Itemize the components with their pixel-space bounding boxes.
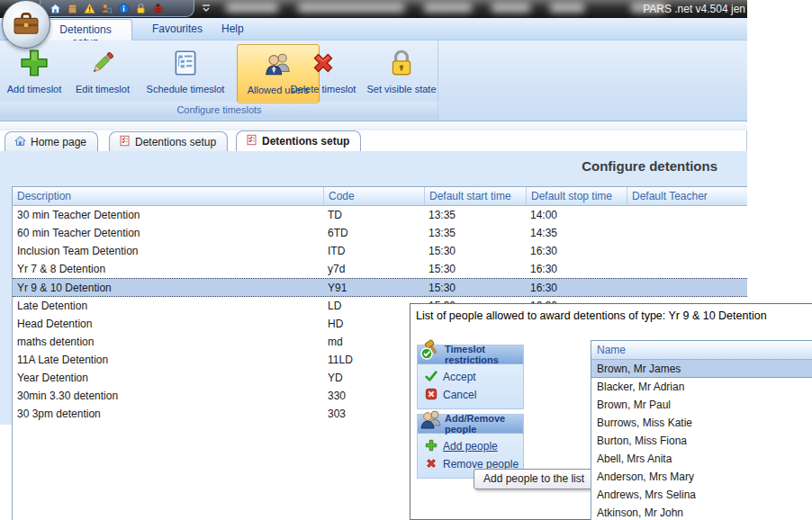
- warning-icon[interactable]: [84, 3, 95, 14]
- ribbon: Add timeslot Edit timeslot Schedule time…: [0, 40, 747, 121]
- application-menu-orb[interactable]: [2, 0, 50, 49]
- tab-detentions-setup-2[interactable]: Detentions setup: [236, 130, 361, 151]
- ribbon-button-label: Edit timeslot: [76, 84, 130, 94]
- ribbon-tab-detentions-setup[interactable]: Detentions setup: [39, 19, 132, 40]
- ribbon-button-label: Set visible state: [366, 84, 436, 94]
- ribbon-tab-help[interactable]: Help: [209, 19, 257, 40]
- cell-teacher: [627, 279, 747, 296]
- column-header-description[interactable]: Description: [13, 187, 323, 205]
- ribbon-tab-label: Favourites: [152, 22, 203, 35]
- table-row[interactable]: Yr 9 & 10 Detention Y91 15:30 16:30: [13, 278, 747, 297]
- column-header-code[interactable]: Code: [323, 187, 424, 205]
- tab-detentions-setup-1[interactable]: Detentions setup: [109, 131, 228, 151]
- add-people-link[interactable]: Add people: [425, 437, 523, 455]
- accept-button[interactable]: Accept: [425, 368, 523, 386]
- table-row[interactable]: 60 min Teacher Detention 6TD 13:35 14:35: [13, 224, 747, 242]
- cell-description: Inclusion Team Detention: [13, 242, 323, 260]
- cell-stop-time: 14:35: [526, 224, 627, 242]
- gavel-check-icon: [420, 338, 443, 362]
- cell-code: TD: [323, 206, 424, 224]
- window-title: PARS .net v4.504 jen: [643, 3, 745, 15]
- person-row[interactable]: Andrews, Mrs Selina: [591, 486, 812, 504]
- add-people-label: Add people: [443, 440, 498, 453]
- cell-stop-time: 16:30: [526, 242, 627, 260]
- bug-icon[interactable]: [152, 3, 164, 14]
- person-row[interactable]: Brown, Mr Paul: [591, 396, 812, 414]
- allowed-users-dialog: List of people allowed to award detentio…: [410, 303, 812, 520]
- people-list: Name Brown, Mr JamesBlacker, Mr AdrianBr…: [591, 340, 812, 520]
- tab-home-page[interactable]: Home page: [5, 131, 98, 151]
- group-header-label: Add/Remove people: [445, 413, 523, 435]
- schedule-list-icon: [170, 48, 201, 84]
- cell-teacher: [627, 224, 747, 242]
- cell-description: Late Detention: [13, 297, 323, 315]
- tab-label: Detentions setup: [262, 135, 349, 148]
- ribbon-button-label: Delete timeslot: [291, 84, 356, 94]
- cell-teacher: [627, 206, 747, 224]
- delete-timeslot-button[interactable]: Delete timeslot: [282, 44, 365, 103]
- column-header-default-start-time[interactable]: Default start time: [424, 187, 526, 205]
- redacted-text: [549, 3, 585, 13]
- cell-start-time: 13:35: [424, 224, 526, 242]
- redacted-text: [225, 3, 279, 13]
- column-header-default-stop-time[interactable]: Default stop time: [526, 187, 627, 205]
- table-row[interactable]: 30 min Teacher Detention TD 13:35 14:00: [13, 206, 747, 224]
- document-tab-bar: Home page Detentions setup Detentions se…: [0, 130, 747, 151]
- cell-description: 30 min Teacher Detention: [13, 206, 323, 224]
- add-plus-icon: [425, 439, 438, 454]
- set-visible-state-button[interactable]: Set visible state: [366, 44, 437, 103]
- person-row[interactable]: Anderson, Mrs Mary: [591, 468, 812, 486]
- cell-stop-time: 14:00: [526, 206, 627, 224]
- cell-description: 60 min Teacher Detention: [13, 224, 323, 242]
- page-title: Configure detentions: [0, 158, 717, 174]
- info-icon[interactable]: [118, 3, 130, 14]
- person-row[interactable]: Atkinson, Mr John: [591, 504, 812, 520]
- redacted-text: [423, 3, 473, 13]
- package-icon[interactable]: [67, 3, 78, 14]
- cell-start-time: 15:30: [424, 260, 526, 278]
- add-remove-people-header: Add/Remove people: [418, 415, 523, 434]
- cancel-button[interactable]: Cancel: [425, 386, 523, 404]
- cell-code: y7d: [323, 260, 424, 278]
- cell-start-time: 13:35: [424, 206, 526, 224]
- add-plus-icon: [19, 48, 50, 84]
- ribbon-tab-favourites[interactable]: Favourites: [140, 19, 215, 40]
- home-icon[interactable]: [50, 3, 61, 14]
- add-timeslot-button[interactable]: Add timeslot: [2, 44, 67, 103]
- delete-x-icon: [308, 48, 338, 84]
- group-header-label: Timeslot restrictions: [445, 344, 523, 365]
- table-row[interactable]: Yr 7 & 8 Detention y7d 15:30 16:30: [13, 260, 747, 278]
- ribbon-button-label: Add timeslot: [7, 84, 62, 94]
- edit-timeslot-button[interactable]: Edit timeslot: [68, 44, 137, 103]
- cell-description: Yr 9 & 10 Detention: [13, 279, 323, 296]
- table-header-row: Description Code Default start time Defa…: [13, 187, 747, 206]
- tooltip-text: Add people to the list: [483, 472, 584, 485]
- people-list-header[interactable]: Name: [591, 341, 812, 360]
- cell-code: 6TD: [323, 224, 424, 242]
- person-row[interactable]: Brown, Mr James: [591, 360, 812, 378]
- person-row[interactable]: Abell, Mrs Anita: [591, 450, 812, 468]
- pencil-icon: [87, 48, 118, 84]
- column-header-default-teacher[interactable]: Default Teacher: [627, 187, 747, 205]
- toolbar-overflow-chevron-icon[interactable]: [200, 2, 212, 14]
- cell-start-time: 15:30: [424, 279, 526, 296]
- ribbon-button-label: Schedule timeslot: [147, 84, 225, 94]
- checklist-tab-icon: [246, 134, 257, 148]
- cell-description: 11A Late Detention: [13, 351, 323, 369]
- table-row[interactable]: Inclusion Team Detention ITD 15:30 16:30: [13, 242, 747, 260]
- person-row[interactable]: Blacker, Mr Adrian: [591, 378, 812, 396]
- cancel-label: Cancel: [443, 389, 476, 401]
- lock-icon[interactable]: [135, 3, 147, 14]
- checklist-tab-icon: [119, 135, 131, 149]
- cell-teacher: [627, 242, 747, 260]
- ribbon-tab-label: Help: [221, 22, 244, 35]
- person-row[interactable]: Burton, Miss Fiona: [591, 432, 812, 450]
- cell-code: Y91: [323, 279, 424, 296]
- user-search-icon[interactable]: [101, 3, 113, 14]
- person-row[interactable]: Burrows, Miss Katie: [591, 414, 812, 432]
- ribbon-group-configure-timeslots: Add timeslot Edit timeslot Schedule time…: [0, 40, 438, 121]
- tab-label: Home page: [31, 136, 86, 148]
- people-icon: [420, 408, 443, 431]
- schedule-timeslot-button[interactable]: Schedule timeslot: [137, 44, 234, 103]
- accept-check-icon: [425, 370, 438, 385]
